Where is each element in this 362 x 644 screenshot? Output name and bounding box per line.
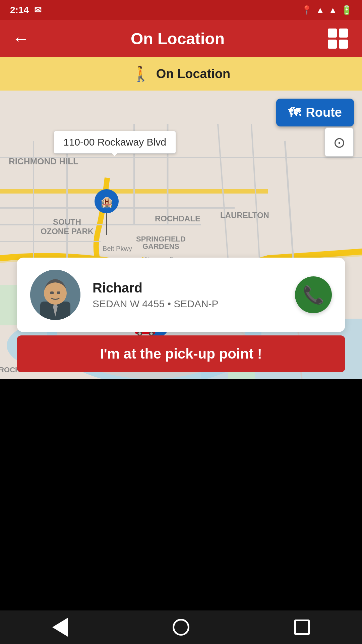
svg-rect-48 [57, 291, 60, 294]
app-title: On Location [131, 30, 225, 48]
svg-text:🏨: 🏨 [101, 196, 113, 208]
svg-text:OZONE PARK: OZONE PARK [41, 227, 94, 236]
location-icon: 📍 [301, 5, 312, 15]
nav-recents-button[interactable] [294, 620, 310, 635]
address-label: 110-00 Rockaway Blvd [54, 131, 176, 154]
phone-icon: 📞 [303, 285, 324, 305]
map-route-icon: 🗺 [288, 106, 300, 120]
email-icon: ✉ [34, 5, 42, 15]
svg-text:SOUTH: SOUTH [53, 217, 81, 226]
map-container[interactable]: 678 RICHMOND HILL SOUTH OZONE PARK ROCHD… [0, 91, 362, 379]
wifi-icon: ▲ [316, 5, 325, 15]
route-button[interactable]: 🗺 Route [276, 99, 354, 126]
svg-text:RICHMOND HILL: RICHMOND HILL [9, 156, 78, 166]
walker-icon: 🚶 [132, 65, 150, 83]
route-button-label: Route [306, 105, 342, 120]
address-text: 110-00 Rockaway Blvd [63, 137, 166, 148]
driver-info: Richard SEDAN W 4455 • SEDAN-P [93, 280, 283, 310]
signal-icon: ▲ [328, 5, 337, 15]
banner-text: On Location [156, 67, 231, 81]
svg-text:LAURELTON: LAURELTON [220, 211, 269, 220]
back-button[interactable]: ← [12, 29, 29, 49]
svg-text:GARDENS: GARDENS [142, 242, 179, 251]
nav-home-button[interactable] [173, 619, 189, 636]
svg-text:Belt Pkwy: Belt Pkwy [103, 245, 132, 252]
recents-nav-icon [294, 620, 310, 635]
driver-card: Richard SEDAN W 4455 • SEDAN-P 📞 [17, 258, 345, 332]
call-button[interactable]: 📞 [295, 276, 332, 313]
driver-avatar [30, 270, 80, 320]
qr-icon [328, 29, 348, 49]
qr-button[interactable] [326, 26, 350, 51]
target-icon: ⊙ [333, 134, 346, 151]
status-bar-left: 2:14 ✉ [10, 5, 42, 15]
back-nav-icon [52, 618, 68, 637]
battery-icon: 🔋 [341, 5, 352, 15]
driver-name: Richard [93, 280, 283, 296]
svg-text:ROCHDALE: ROCHDALE [155, 214, 200, 223]
nav-back-button[interactable] [52, 618, 68, 637]
pickup-button[interactable]: I'm at the pick-up point ! [17, 335, 345, 372]
my-location-button[interactable]: ⊙ [324, 127, 354, 157]
app-bar: ← On Location [0, 20, 362, 57]
status-bar-right: 📍 ▲ ▲ 🔋 [301, 5, 352, 15]
svg-rect-47 [50, 291, 54, 294]
home-nav-icon [173, 619, 189, 636]
time-display: 2:14 [10, 5, 29, 15]
driver-vehicle: SEDAN W 4455 • SEDAN-P [93, 298, 283, 310]
bottom-nav [0, 610, 362, 644]
location-banner: 🚶 On Location [0, 57, 362, 91]
status-bar: 2:14 ✉ 📍 ▲ ▲ 🔋 [0, 0, 362, 20]
